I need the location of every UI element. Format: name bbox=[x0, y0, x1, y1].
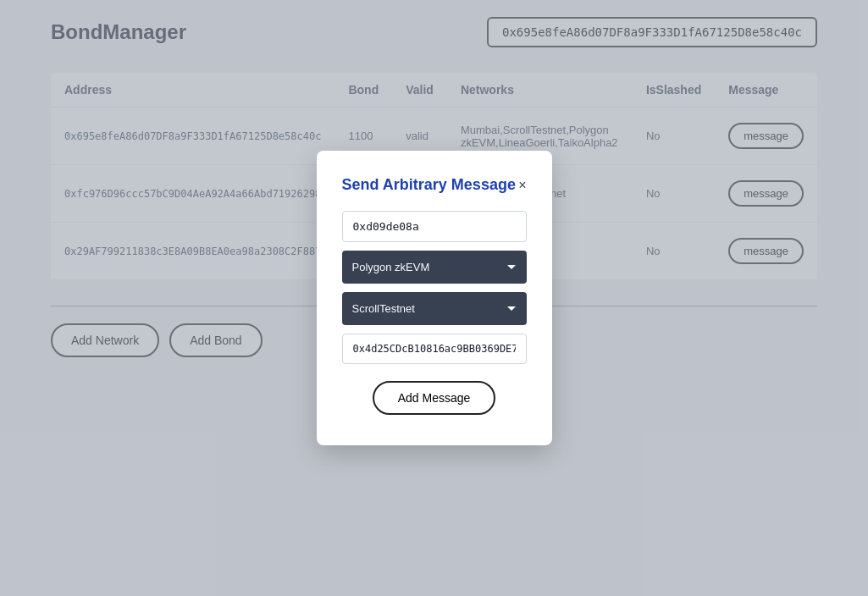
modal-header: Send Arbitrary Message × bbox=[342, 176, 527, 194]
modal-overlay: Send Arbitrary Message × Polygon zkEVM S… bbox=[0, 0, 868, 596]
page-content: BondManager 0x695e8feA86d07DF8a9F333D1fA… bbox=[0, 0, 868, 596]
modal-source-network-select[interactable]: Polygon zkEVM ScrollTestnet Mumbai Linea… bbox=[342, 251, 527, 284]
modal-destination-network-select[interactable]: ScrollTestnet Polygon zkEVM Mumbai Linea… bbox=[342, 292, 527, 325]
modal-close-button[interactable]: × bbox=[518, 179, 526, 192]
send-message-modal: Send Arbitrary Message × Polygon zkEVM S… bbox=[317, 151, 552, 445]
modal-address-input[interactable] bbox=[342, 211, 527, 242]
modal-data-input[interactable] bbox=[342, 334, 527, 364]
add-message-button[interactable]: Add Message bbox=[373, 381, 496, 415]
modal-title: Send Arbitrary Message bbox=[342, 176, 516, 194]
